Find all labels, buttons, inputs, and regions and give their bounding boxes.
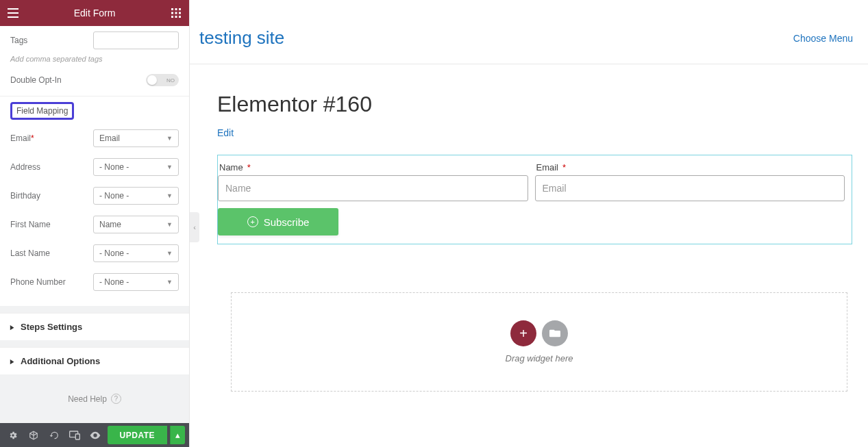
mapping-row-lastname: Last Name - None -▼ [0,239,189,268]
field-mapping-header: Field Mapping [0,97,189,124]
double-optin-row: Double Opt-In NO [0,68,189,92]
mapping-row-email: Email* Email▼ [0,124,189,153]
svg-rect-6 [171,12,173,14]
add-section-button[interactable]: + [510,320,536,346]
required-asterisk: * [562,162,566,173]
mapping-label: Last Name [10,248,93,258]
form-widget[interactable]: Name* Email* + Subscribe [217,155,852,244]
collapse-panel-handle[interactable]: ‹ [190,212,199,242]
svg-rect-11 [179,16,181,18]
tags-input[interactable] [93,31,179,49]
mapping-row-address: Address - None -▼ [0,153,189,181]
folder-icon [549,329,560,338]
chevron-down-icon: ▼ [166,250,173,257]
accordion-label: Additional Options [21,356,100,366]
mapping-select-phone[interactable]: - None -▼ [93,273,179,291]
sidebar-header: Edit Form [0,0,189,26]
svg-rect-13 [75,434,79,439]
mapping-row-firstname: First Name Name▼ [0,210,189,239]
svg-rect-5 [179,8,181,10]
sidebar-title: Edit Form [26,8,163,18]
page-content: Elementor #160 Edit Name* Email* + Subsc… [190,64,868,392]
email-label: Email [536,162,559,173]
field-mapping-title: Field Mapping [10,102,74,120]
name-field: Name* [218,162,528,201]
subscribe-label: Subscribe [264,216,310,228]
chevron-down-icon: ▼ [166,192,173,199]
svg-rect-8 [179,12,181,14]
svg-rect-3 [171,8,173,10]
mapping-row-birthday: Birthday - None -▼ [0,181,189,210]
need-help-label: Need Help [68,394,107,404]
editor-sidebar: Edit Form Tags Add comma separated tags … [0,0,190,447]
help-icon: ? [111,394,121,404]
menu-icon[interactable] [0,0,26,26]
email-field: Email* [535,162,845,201]
svg-rect-9 [171,16,173,18]
double-optin-label: Double Opt-In [10,75,146,85]
caret-right-icon: ▸ [10,322,14,331]
update-options-button[interactable]: ▴ [170,426,185,444]
widget-dropzone[interactable]: + Drag widget here [231,292,847,392]
caret-right-icon: ▸ [10,356,14,366]
tags-row: Tags [0,26,189,55]
mapping-label: First Name [10,220,93,229]
additional-options-accordion[interactable]: ▸ Additional Options [0,347,189,374]
page-title: Elementor #160 [217,92,868,117]
plus-circle-icon: + [247,216,258,227]
plus-icon: + [519,326,528,342]
mapping-select-firstname[interactable]: Name▼ [93,216,179,233]
mapping-select-email[interactable]: Email▼ [93,129,179,147]
preview-area: testing site Choose Menu Elementor #160 … [190,0,868,447]
chevron-down-icon: ▼ [166,164,173,170]
mapping-select-birthday[interactable]: - None -▼ [93,187,179,205]
svg-rect-7 [175,12,177,14]
choose-menu-link[interactable]: Choose Menu [793,33,853,44]
settings-icon[interactable] [4,426,22,444]
name-label: Name [219,162,243,173]
tags-label: Tags [10,36,93,45]
svg-rect-1 [8,12,18,14]
email-input[interactable] [535,175,845,201]
dropzone-hint: Drag widget here [506,353,573,363]
site-header: testing site Choose Menu [190,26,868,64]
svg-rect-10 [175,16,177,18]
tags-hint: Add comma separated tags [0,55,189,68]
history-icon[interactable] [45,426,63,444]
mapping-label: Address [10,162,93,172]
mapping-row-phone: Phone Number - None -▼ [0,268,189,296]
sidebar-footer: UPDATE ▴ [0,423,189,447]
mapping-select-address[interactable]: - None -▼ [93,158,179,176]
svg-rect-0 [8,8,18,10]
chevron-down-icon: ▼ [166,135,173,142]
chevron-down-icon: ▼ [166,279,173,285]
responsive-icon[interactable] [66,426,84,444]
mapping-select-lastname[interactable]: - None -▼ [93,244,179,262]
subscribe-button[interactable]: + Subscribe [218,208,338,235]
steps-settings-accordion[interactable]: ▸ Steps Settings [0,313,189,340]
preview-icon[interactable] [86,426,104,444]
toggle-no-text: NO [166,77,175,84]
template-library-button[interactable] [542,320,568,346]
chevron-up-icon: ▴ [175,430,180,440]
mapping-label: Phone Number [10,277,93,287]
chevron-down-icon: ▼ [166,221,173,228]
name-input[interactable] [218,175,528,201]
svg-rect-2 [8,16,18,18]
svg-rect-4 [175,8,177,10]
mapping-label: Email [10,133,31,143]
required-asterisk: * [31,133,34,143]
site-title[interactable]: testing site [199,27,284,49]
mapping-label: Birthday [10,191,93,201]
need-help[interactable]: Need Help ? [0,374,189,423]
accordion-label: Steps Settings [21,322,82,332]
apps-grid-icon[interactable] [163,0,189,26]
navigator-icon[interactable] [25,426,42,444]
double-optin-toggle[interactable]: NO [146,74,179,86]
chevron-left-icon: ‹ [193,223,196,231]
update-button[interactable]: UPDATE [108,426,167,444]
panel-body: Tags Add comma separated tags Double Opt… [0,26,189,423]
edit-link[interactable]: Edit [217,127,234,138]
required-asterisk: * [247,162,251,173]
